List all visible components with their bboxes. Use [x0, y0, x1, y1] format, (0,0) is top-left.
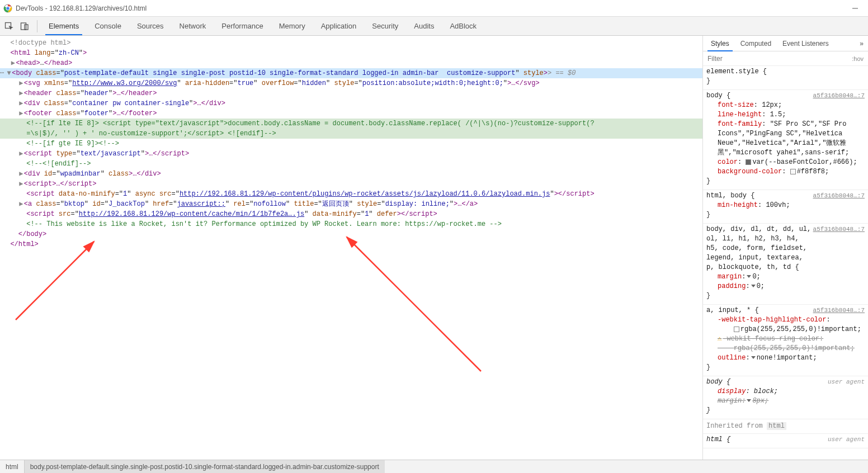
svg-line-7: [16, 242, 94, 320]
header-node[interactable]: ▶<header class="header">…</header>: [0, 88, 702, 98]
doctype-node: <!doctype html>: [10, 39, 70, 47]
collapse-icon[interactable]: ▼: [6, 68, 12, 78]
styles-filter-row: :hov: [703, 51, 868, 66]
main-tabs: Elements Console Sources Network Perform…: [41, 17, 484, 35]
source-link[interactable]: a5f316b8048…:7: [813, 91, 865, 101]
sidebar-more-icon[interactable]: »: [855, 36, 868, 51]
window-title: DevTools - 192.168.81.129/archives/10.ht…: [16, 4, 147, 12]
inspect-icon[interactable]: [4, 22, 13, 31]
chrome-icon: [3, 4, 12, 13]
expand-icon[interactable]: ▶: [10, 58, 16, 68]
breadcrumb-bar: html body.post-template-default.single.s…: [0, 460, 868, 473]
html-close[interactable]: </html>: [0, 239, 702, 249]
tab-security[interactable]: Security: [364, 17, 406, 35]
styles-sidebar: Styles Computed Event Listeners » :hov e…: [702, 36, 868, 460]
warning-icon: ⚠: [718, 335, 721, 343]
svg-node[interactable]: ▶<svg xmlns="http://www.w3.org/2000/svg"…: [0, 78, 702, 88]
ie9-comment[interactable]: <!--[if gte IE 9]><!-->: [0, 139, 702, 149]
tab-adblock[interactable]: AdBlock: [442, 17, 484, 35]
container-node[interactable]: ▶<div class="container pw container-sing…: [0, 98, 702, 108]
crumb-html[interactable]: html: [0, 460, 24, 473]
endif-comment[interactable]: <!--<![endif]-->: [0, 159, 702, 169]
rule-html-ua[interactable]: html {user agent: [703, 434, 868, 448]
window-titlebar: DevTools - 192.168.81.129/archives/10.ht…: [0, 0, 868, 17]
cache-script-node[interactable]: <script src="http://192.168.81.129/wp-co…: [0, 209, 702, 219]
window-controls: [842, 0, 868, 17]
sidebar-tabs: Styles Computed Event Listeners »: [703, 36, 868, 51]
svg-line-8: [347, 237, 481, 371]
ie8-comment[interactable]: <!--[if lte IE 8]> <script type="text/ja…: [0, 119, 702, 129]
toolbar-icons: [0, 17, 34, 35]
script-node-1[interactable]: ▶<script type="text/javascript">…</scrip…: [0, 149, 702, 159]
rule-html-body[interactable]: html, body {a5f316b8048…:7 min-height: 1…: [703, 190, 868, 224]
toolbar-separator: [37, 20, 37, 32]
tab-console[interactable]: Console: [87, 17, 129, 35]
hov-toggle[interactable]: :hov: [847, 55, 868, 62]
devtools-window: DevTools - 192.168.81.129/archives/10.ht…: [0, 0, 868, 473]
rocket-comment[interactable]: <!-- This website is like a Rocket, isn'…: [0, 219, 702, 229]
svg-rect-5: [21, 23, 26, 30]
side-tab-eventlisteners[interactable]: Event Listeners: [777, 36, 834, 51]
tab-network[interactable]: Network: [172, 17, 214, 35]
rule-reset[interactable]: body, div, dl, dt, dd, ul, ol, li, h1, h…: [703, 224, 868, 305]
tab-elements[interactable]: Elements: [41, 17, 87, 35]
svg-point-2: [6, 6, 10, 10]
device-toggle-icon[interactable]: [20, 22, 29, 31]
side-tab-styles[interactable]: Styles: [705, 36, 735, 51]
rule-a-input-star[interactable]: a, input, * {a5f316b8048…:7 -webkit-tap-…: [703, 305, 868, 376]
footer-node[interactable]: ▶<footer class="footer">…</footer>: [0, 108, 702, 119]
side-tab-computed[interactable]: Computed: [735, 36, 777, 51]
body-node-selected[interactable]: ⋯ ▼<body class="post-template-default si…: [0, 68, 702, 78]
minimize-button[interactable]: [842, 0, 868, 17]
devtools-toolbar: Elements Console Sources Network Perform…: [0, 17, 868, 36]
wpadminbar-node[interactable]: ▶<div id="wpadminbar" class>…</div>: [0, 169, 702, 179]
head-node[interactable]: ▶<head>…</head>: [0, 58, 702, 68]
crumb-body[interactable]: body.post-template-default.single.single…: [24, 460, 385, 473]
rule-body-ua[interactable]: body {user agent display: block; margin:…: [703, 376, 868, 419]
html-node[interactable]: <html lang="zh-CN">: [0, 48, 702, 58]
rule-element-style[interactable]: element.style { }: [703, 66, 868, 90]
body-close[interactable]: </body>: [0, 229, 702, 239]
styles-body[interactable]: element.style { } body {a5f316b8048…:7 f…: [703, 66, 868, 460]
tab-performance[interactable]: Performance: [214, 17, 271, 35]
rule-body[interactable]: body {a5f316b8048…:7 font-size: 12px; li…: [703, 90, 868, 190]
script-node-2[interactable]: ▶<script>…</script>: [0, 179, 702, 189]
tab-memory[interactable]: Memory: [271, 17, 313, 35]
inherited-from-row: Inherited from html: [703, 419, 868, 434]
tab-application[interactable]: Application: [313, 17, 365, 35]
main-area: <!doctype html> <html lang="zh-CN"> ▶<he…: [0, 36, 868, 460]
tab-sources[interactable]: Sources: [129, 17, 172, 35]
backtop-anchor-node[interactable]: ▶<a class="bktop" id="J_backTop" href="j…: [0, 199, 702, 209]
tab-audits[interactable]: Audits: [406, 17, 442, 35]
styles-filter-input[interactable]: [703, 55, 847, 63]
elements-tree[interactable]: <!doctype html> <html lang="zh-CN"> ▶<he…: [0, 36, 702, 460]
lazyload-script-node[interactable]: <script data-no-minify="1" async src="ht…: [0, 189, 702, 199]
